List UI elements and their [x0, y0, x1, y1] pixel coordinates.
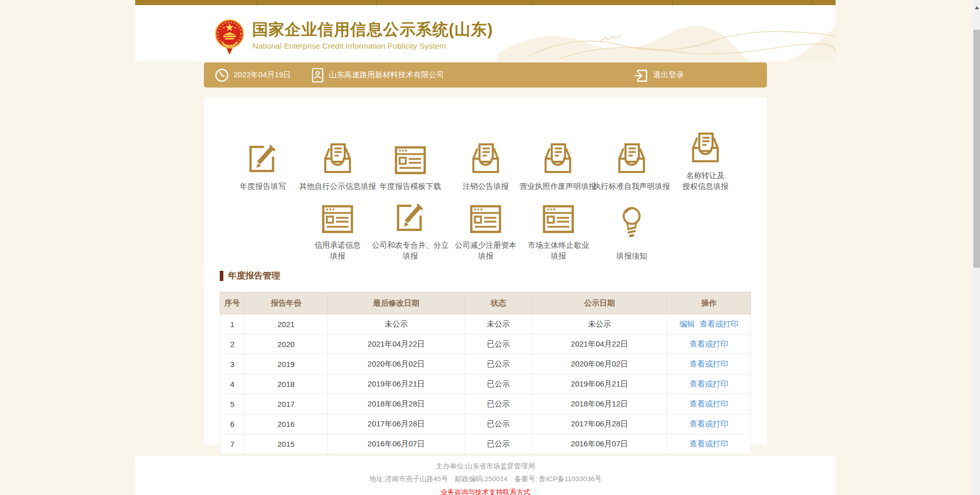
entry-label: 填报须知	[616, 250, 647, 261]
entry-filing-instructions[interactable]: 填报须知	[575, 195, 688, 261]
col-status: 状态	[465, 292, 532, 314]
modified-cell: 2018年06月28日	[328, 394, 465, 414]
nav-divider	[531, 0, 532, 5]
modified-cell: 2017年06月28日	[328, 414, 465, 434]
site-subtitle: National Enterprise Credit Information P…	[253, 41, 446, 51]
main-panel: 年度报告填写 其他自行公示信息填报 年度报告模板下载	[204, 97, 767, 445]
logout-button[interactable]: 退出登录	[633, 62, 684, 88]
footer-organizer: 主办单位:山东省市场监督管理局	[135, 456, 836, 471]
session-info-bar: 2022年04月19日 山东高速路用新材料技术有限公司 退出登录	[204, 62, 767, 88]
seq-cell: 4	[220, 374, 245, 394]
year-cell: 2016	[244, 414, 328, 434]
status-cell: 已公示	[465, 434, 532, 454]
col-published: 公示日期	[532, 292, 667, 314]
seq-cell: 3	[220, 354, 245, 374]
published-cell: 2016年06月07日	[532, 434, 667, 454]
year-cell: 2017	[244, 394, 328, 414]
entry-name-transfer-authorization[interactable]: 名称转让及 授权信息填报	[649, 125, 762, 191]
nav-divider	[376, 0, 377, 5]
status-cell: 已公示	[465, 414, 532, 434]
view-print-link[interactable]: 查看或打印	[690, 439, 728, 448]
current-date: 2022年04月19日	[215, 62, 291, 88]
scrollbar-thumb[interactable]	[973, 30, 980, 268]
section-title: 年度报告管理	[228, 270, 280, 282]
browser-icon	[541, 204, 575, 234]
view-print-link[interactable]: 查看或打印	[700, 319, 738, 328]
clock-icon	[215, 68, 229, 82]
modified-cell: 2016年06月07日	[328, 434, 465, 454]
published-cell: 2019年06月21日	[532, 374, 667, 394]
col-year: 报告年份	[244, 292, 328, 314]
actions-cell: 查看或打印	[667, 434, 751, 454]
table-row: 2 2020 2021年04月22日 已公示 2021年04月22日 查看或打印	[220, 334, 751, 354]
actions-cell: 查看或打印	[667, 334, 751, 354]
footer: 主办单位:山东省市场监督管理局 地址:济南市燕子山路45号 邮政编码:25001…	[135, 456, 836, 495]
logout-label: 退出登录	[653, 70, 684, 80]
table-header-row: 序号 报告年份 最后修改日期 状态 公示日期 操作	[220, 292, 751, 314]
id-badge-icon	[311, 68, 324, 83]
seq-cell: 6	[220, 414, 245, 434]
site-title: 国家企业信用信息公示系统(山东)	[252, 19, 493, 40]
view-print-link[interactable]: 查看或打印	[690, 419, 728, 428]
entry-label: 年度报告填写	[240, 181, 286, 191]
year-cell: 2015	[244, 434, 328, 454]
section-heading: 年度报告管理	[220, 270, 280, 282]
published-cell: 2017年06月28日	[532, 414, 667, 434]
browser-icon	[469, 204, 503, 234]
table-row: 5 2017 2018年06月28日 已公示 2018年06月12日 查看或打印	[220, 394, 751, 414]
edit-link[interactable]: 编辑	[679, 319, 695, 328]
actions-cell: 查看或打印	[667, 354, 751, 374]
header: 国家企业信用信息公示系统(山东) National Enterprise Cre…	[135, 5, 836, 61]
company-name-label: 山东高速路用新材料技术有限公司	[329, 70, 444, 80]
national-emblem-logo	[215, 16, 244, 58]
scrollbar-up-button[interactable]	[973, 0, 980, 15]
actions-cell: 查看或打印	[667, 394, 751, 414]
inbox-icon	[469, 142, 502, 175]
seq-cell: 1	[220, 314, 245, 334]
lightbulb-icon	[619, 206, 644, 245]
year-cell: 2018	[244, 374, 328, 394]
inbox-icon	[615, 142, 648, 175]
year-cell: 2020	[244, 334, 328, 354]
table-row: 4 2018 2019年06月21日 已公示 2019年06月21日 查看或打印	[220, 374, 751, 394]
col-actions: 操作	[667, 292, 751, 314]
published-cell: 2021年04月22日	[532, 334, 667, 354]
annual-report-table: 序号 报告年份 最后修改日期 状态 公示日期 操作 1 2021 未公示 未公示…	[220, 292, 751, 454]
year-cell: 2021	[244, 314, 328, 334]
published-cell: 2020年06月02日	[532, 354, 667, 374]
logout-icon	[633, 68, 649, 83]
col-modified: 最后修改日期	[328, 292, 465, 314]
status-cell: 已公示	[465, 354, 532, 374]
view-print-link[interactable]: 查看或打印	[690, 379, 728, 388]
inbox-icon	[689, 132, 722, 164]
scrollbar[interactable]	[973, 0, 980, 495]
status-cell: 未公示	[465, 314, 532, 334]
modified-cell: 2019年06月21日	[328, 374, 465, 394]
nav-divider	[812, 0, 813, 5]
published-cell: 2018年06月12日	[532, 394, 667, 414]
view-print-link[interactable]: 查看或打印	[690, 359, 728, 368]
nav-divider	[257, 0, 258, 5]
edit-icon	[246, 142, 279, 175]
inbox-icon	[321, 142, 354, 175]
support-contact-link[interactable]: 业务咨询与技术支持联系方式	[441, 488, 531, 495]
view-print-link[interactable]: 查看或打印	[690, 339, 728, 348]
published-cell: 未公示	[532, 314, 667, 334]
seq-cell: 7	[220, 434, 245, 454]
status-cell: 已公示	[465, 394, 532, 414]
actions-cell: 查看或打印	[667, 414, 751, 434]
browser-icon	[321, 204, 355, 234]
year-cell: 2019	[244, 354, 328, 374]
up-arrow-icon	[975, 6, 979, 9]
seq-cell: 5	[220, 394, 245, 414]
view-print-link[interactable]: 查看或打印	[690, 399, 728, 408]
table-row: 7 2015 2016年06月07日 已公示 2016年06月07日 查看或打印	[220, 434, 751, 454]
modified-cell: 未公示	[328, 314, 465, 334]
modified-cell: 2021年04月22日	[328, 334, 465, 354]
table-row: 3 2019 2020年06月02日 已公示 2020年06月02日 查看或打印	[220, 354, 751, 374]
seq-cell: 2	[220, 334, 245, 354]
status-cell: 已公示	[465, 374, 532, 394]
great-wall-watermark	[497, 5, 836, 61]
browser-icon	[393, 145, 427, 175]
logged-in-company: 山东高速路用新材料技术有限公司	[311, 62, 444, 88]
